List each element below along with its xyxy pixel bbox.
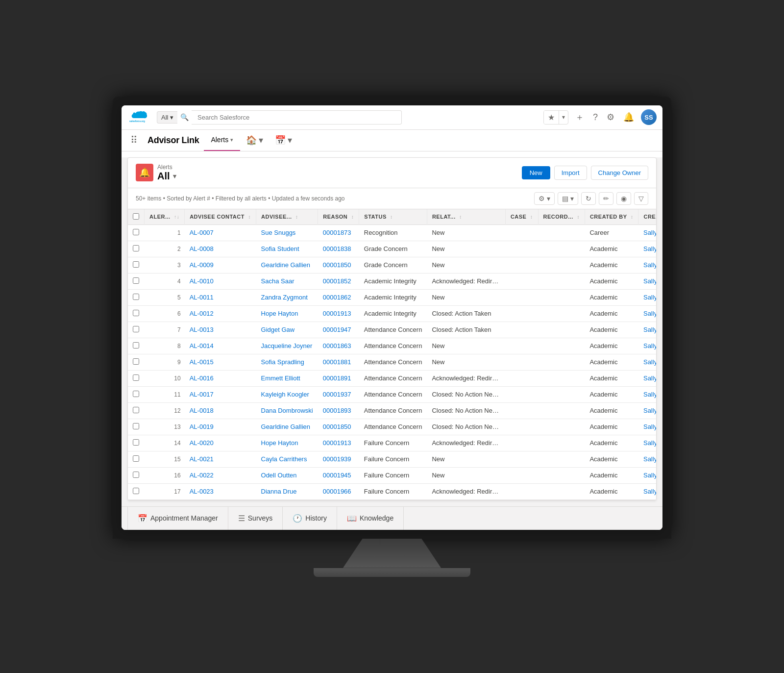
alert-link[interactable]: AL-0023 (190, 488, 214, 495)
add-button[interactable]: ＋ (573, 109, 586, 125)
advisee-link[interactable]: 00001850 (323, 261, 351, 269)
alert-link[interactable]: AL-0007 (190, 229, 214, 236)
alert-link[interactable]: AL-0021 (190, 455, 214, 463)
contact-link[interactable]: Kayleigh Koogler (261, 391, 309, 398)
star-icon[interactable]: ★ (544, 111, 559, 124)
advisee-link[interactable]: 00001966 (323, 488, 351, 495)
tab-history[interactable]: 🕐 History (283, 507, 337, 530)
edit-icon-btn[interactable]: ✏ (599, 192, 613, 205)
row-checkbox[interactable] (133, 358, 139, 365)
favorites-button[interactable]: ★ ▾ (543, 110, 568, 125)
alert-link[interactable]: AL-0011 (190, 294, 214, 301)
row-checkbox[interactable] (133, 391, 139, 397)
contact-link[interactable]: Zandra Zygmont (261, 294, 308, 301)
tab-home[interactable]: 🏠 ▾ (240, 130, 269, 151)
created-by-link[interactable]: Sally Salesforce (643, 277, 656, 285)
row-checkbox[interactable] (133, 407, 139, 413)
row-checkbox[interactable] (133, 261, 139, 268)
col-status-header[interactable]: STATUS ↕ (359, 209, 427, 225)
alert-link[interactable]: AL-0008 (190, 245, 214, 252)
contact-link[interactable]: Sofia Student (261, 245, 299, 252)
favorites-chevron-icon[interactable]: ▾ (559, 112, 568, 123)
row-checkbox[interactable] (133, 472, 139, 478)
col-contact-header[interactable]: ADVISEE CONTACT ↕ (185, 209, 256, 225)
created-by-link[interactable]: Sally Salesforce (643, 229, 656, 236)
contact-link[interactable]: Cayla Carrithers (261, 455, 307, 463)
advisee-link[interactable]: 00001913 (323, 310, 351, 317)
created-by-link[interactable]: Sally Salesforce (643, 423, 656, 430)
tab-calendar[interactable]: 📅 ▾ (269, 130, 298, 151)
advisee-link[interactable]: 00001939 (323, 455, 351, 463)
alert-link[interactable]: AL-0009 (190, 261, 214, 269)
created-by-link[interactable]: Sally Salesforce (643, 439, 656, 447)
tab-surveys[interactable]: ☰ Surveys (228, 507, 283, 530)
created-by-link[interactable]: Sally Salesforce (643, 310, 656, 317)
select-all-checkbox[interactable] (133, 213, 139, 220)
contact-link[interactable]: Gidget Gaw (261, 326, 295, 333)
notification-icon[interactable]: 🔔 (621, 110, 636, 125)
row-checkbox[interactable] (133, 455, 139, 462)
change-owner-button[interactable]: Change Owner (591, 166, 648, 180)
tab-knowledge[interactable]: 📖 Knowledge (337, 507, 404, 530)
advisee-link[interactable]: 00001862 (323, 294, 351, 301)
new-button[interactable]: New (522, 166, 550, 179)
tab-alerts[interactable]: Alerts ▾ (204, 130, 240, 151)
contact-link[interactable]: Dana Dombrowski (261, 407, 313, 414)
contact-link[interactable]: Jacqueline Joyner (261, 342, 313, 349)
advisee-link[interactable]: 00001893 (323, 407, 351, 414)
created-by-link[interactable]: Sally Salesforce (643, 472, 656, 479)
contact-link[interactable]: Hope Hayton (261, 439, 298, 447)
avatar[interactable]: SS (641, 109, 657, 125)
advisee-link[interactable]: 00001913 (323, 439, 351, 447)
row-checkbox[interactable] (133, 294, 139, 300)
refresh-icon-btn[interactable]: ↻ (581, 192, 596, 205)
alert-link[interactable]: AL-0019 (190, 423, 214, 430)
advisee-link[interactable]: 00001937 (323, 391, 351, 398)
created-by-link[interactable]: Sally Salesforce (643, 488, 656, 495)
search-input[interactable] (192, 110, 402, 125)
row-checkbox[interactable] (133, 439, 139, 446)
col-alert-header[interactable]: ALER... ↑↓ (145, 209, 185, 225)
created-by-link[interactable]: Sally Salesforce (643, 358, 656, 366)
contact-link[interactable]: Hope Hayton (261, 310, 298, 317)
col-createddate-header[interactable]: CREATED DATE ↕ (638, 209, 656, 225)
app-launcher-icon[interactable]: ⠿ (125, 130, 143, 151)
row-checkbox[interactable] (133, 374, 139, 381)
advisee-link[interactable]: 00001838 (323, 245, 351, 252)
row-checkbox[interactable] (133, 310, 139, 316)
col-record-header[interactable]: RECORD... ↕ (538, 209, 585, 225)
setup-icon[interactable]: ⚙ (605, 110, 616, 125)
settings-icon-btn[interactable]: ⚙ ▾ (534, 192, 555, 205)
alert-link[interactable]: AL-0020 (190, 439, 214, 447)
alert-link[interactable]: AL-0017 (190, 391, 214, 398)
alert-link[interactable]: AL-0015 (190, 358, 214, 366)
advisee-link[interactable]: 00001873 (323, 229, 351, 236)
contact-link[interactable]: Sue Snuggs (261, 229, 296, 236)
created-by-link[interactable]: Sally Salesforce (643, 407, 656, 414)
col-related-header[interactable]: RELAT... ↕ (427, 209, 505, 225)
view-selector[interactable]: All ▾ (157, 171, 176, 182)
alert-link[interactable]: AL-0010 (190, 277, 214, 285)
created-by-link[interactable]: Sally Salesforce (643, 391, 656, 398)
row-checkbox[interactable] (133, 277, 139, 284)
alert-link[interactable]: AL-0022 (190, 472, 214, 479)
created-by-link[interactable]: Sally Salesforce (643, 455, 656, 463)
row-checkbox[interactable] (133, 245, 139, 251)
salesforce-logo[interactable]: salesforce.org (127, 110, 147, 124)
alert-link[interactable]: AL-0016 (190, 374, 214, 382)
created-by-link[interactable]: Sally Salesforce (643, 374, 656, 382)
advisee-link[interactable]: 00001891 (323, 374, 351, 382)
col-createdby-header[interactable]: CREATED BY ↕ (585, 209, 638, 225)
created-by-link[interactable]: Sally Salesforce (643, 261, 656, 269)
row-checkbox[interactable] (133, 229, 139, 235)
created-by-link[interactable]: Sally Salesforce (643, 342, 656, 349)
contact-link[interactable]: Gearldine Gallien (261, 261, 310, 269)
advisee-link[interactable]: 00001850 (323, 423, 351, 430)
chart-icon-btn[interactable]: ◉ (616, 192, 631, 205)
contact-link[interactable]: Emmett Elliott (261, 374, 300, 382)
alert-link[interactable]: AL-0013 (190, 326, 214, 333)
created-by-link[interactable]: Sally Salesforce (643, 294, 656, 301)
alert-link[interactable]: AL-0012 (190, 310, 214, 317)
created-by-link[interactable]: Sally Salesforce (643, 326, 656, 333)
created-by-link[interactable]: Sally Salesforce (643, 245, 656, 252)
